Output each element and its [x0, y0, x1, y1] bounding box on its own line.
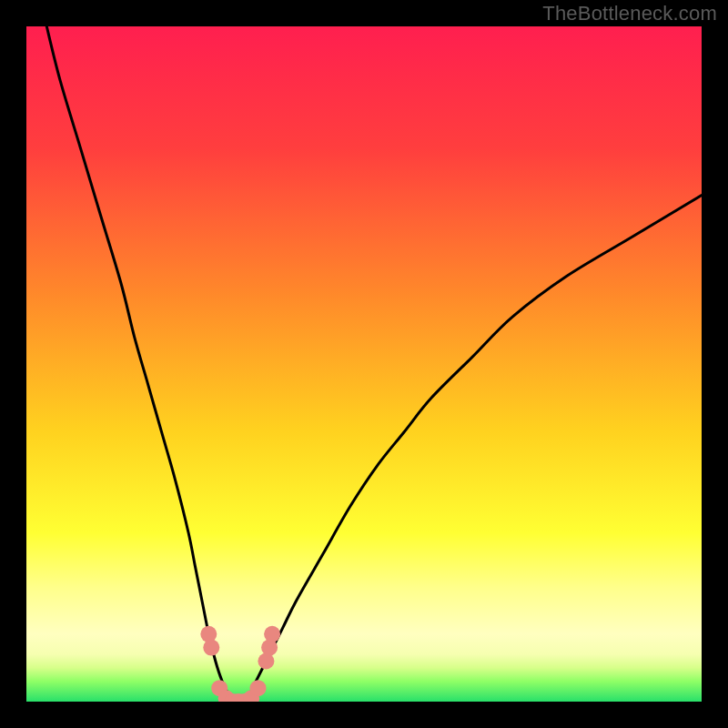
highlight-dot — [264, 626, 280, 642]
highlight-dot — [200, 626, 217, 642]
plot-area — [26, 26, 702, 702]
dots-layer — [26, 26, 702, 702]
highlight-dot — [250, 680, 267, 696]
chart-frame: TheBottleneck.com — [0, 0, 728, 728]
watermark-text: TheBottleneck.com — [542, 2, 717, 25]
highlight-dot — [203, 640, 219, 656]
highlight-dot — [261, 640, 278, 656]
